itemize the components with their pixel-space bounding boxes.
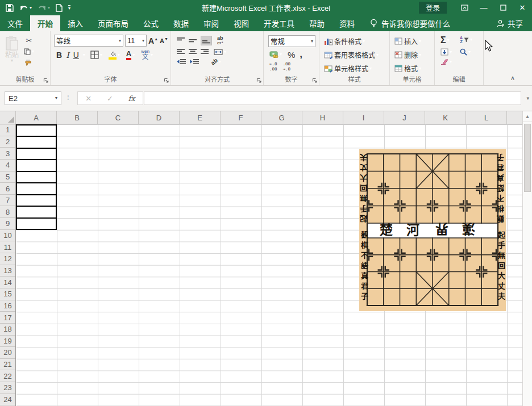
font-name-combo[interactable]: 等线▾ [54, 35, 123, 47]
row-header-19[interactable]: 19 [0, 336, 15, 348]
column-header-K[interactable]: K [425, 111, 466, 124]
tab-formulas[interactable]: 公式 [136, 15, 166, 31]
increase-indent-button[interactable] [190, 58, 199, 65]
column-header-A[interactable]: A [16, 111, 57, 124]
underline-button[interactable]: U [73, 51, 79, 60]
row-header-7[interactable]: 7 [0, 195, 15, 207]
column-header-J[interactable]: J [384, 111, 425, 124]
insert-function-button[interactable]: fx [128, 94, 135, 103]
row-header-17[interactable]: 17 [0, 312, 15, 324]
name-box[interactable]: E2 ▾ [5, 91, 61, 105]
font-dialog-launcher[interactable] [164, 78, 169, 83]
bordered-cell-A1[interactable] [16, 124, 57, 136]
row-header-22[interactable]: 22 [0, 370, 15, 382]
row-header-1[interactable]: 1 [0, 124, 15, 136]
paste-button[interactable]: 粘贴 ▾ [5, 34, 19, 66]
borders-button[interactable]: ▾ [89, 50, 103, 60]
xiangqi-board-image[interactable]: 楚 河 漢 界 起手無回大丈夫 觀棋不語真君子 觀棋不語真君子 起手無回大丈夫 [359, 149, 506, 311]
row-header-18[interactable]: 18 [0, 324, 15, 336]
fill-button[interactable]: ▾ [439, 48, 453, 56]
row-header-5[interactable]: 5 [0, 171, 15, 183]
format-painter-icon[interactable] [25, 59, 33, 66]
tab-help[interactable]: 帮助 [302, 15, 332, 31]
column-header-partial[interactable] [507, 111, 522, 124]
share-button[interactable]: 共享 [497, 15, 532, 31]
tab-developer[interactable]: 开发工具 [256, 15, 302, 31]
vertical-scrollbar[interactable]: ▲ [522, 111, 532, 406]
bottom-align-button[interactable] [201, 36, 212, 45]
select-all-corner[interactable] [0, 111, 16, 124]
shrink-font-button[interactable]: A▼ [160, 37, 168, 44]
column-header-B[interactable]: B [57, 111, 98, 124]
expand-formula-bar-icon[interactable]: ▾ [526, 95, 529, 101]
name-box-caret-icon[interactable]: ▾ [55, 96, 57, 101]
column-header-F[interactable]: F [221, 111, 261, 124]
column-header-H[interactable]: H [302, 111, 343, 124]
fill-color-button[interactable]: ▾ [107, 50, 121, 60]
row-header-2[interactable]: 2 [0, 136, 15, 148]
autosum-button[interactable]: Σ▾ [439, 35, 451, 45]
column-header-E[interactable]: E [180, 111, 221, 124]
tab-file[interactable]: 文件 [0, 15, 30, 31]
bordered-cell-A9[interactable] [16, 217, 57, 230]
middle-align-button[interactable] [189, 37, 197, 44]
copy-button[interactable]: ▾ [23, 48, 35, 56]
bordered-cell-A4[interactable] [16, 159, 57, 170]
underline-caret-icon[interactable]: ▾ [83, 53, 85, 57]
grow-font-button[interactable]: A▲ [148, 37, 158, 45]
scrollbar-thumb[interactable] [524, 124, 531, 192]
number-format-combo[interactable]: 常规▾ [268, 35, 315, 47]
cancel-entry-button[interactable]: ✕ [85, 94, 92, 103]
clipboard-dialog-launcher[interactable] [43, 78, 49, 83]
tab-data[interactable]: 数据 [166, 15, 196, 31]
merge-center-button[interactable]: ▾ [213, 48, 227, 56]
tell-me-box[interactable]: 告诉我你想要做什么 [370, 15, 451, 31]
increase-decimal-button[interactable]: ←.0 .00 [269, 62, 277, 72]
bordered-cell-A2[interactable] [16, 136, 57, 147]
column-header-G[interactable]: G [261, 111, 302, 124]
collapse-ribbon-button[interactable]: ∧ [510, 74, 515, 82]
alignment-dialog-launcher[interactable] [256, 78, 262, 83]
bordered-range-a1-a9[interactable] [16, 124, 57, 230]
tab-review[interactable]: 审阅 [196, 15, 226, 31]
column-header-C[interactable]: C [98, 111, 139, 124]
italic-button[interactable]: I [66, 51, 69, 60]
bordered-cell-A8[interactable] [16, 206, 57, 217]
clear-button[interactable]: ▾ [439, 58, 453, 65]
formula-bar-drag-handle[interactable]: ⁞ [67, 93, 70, 102]
tab-insert[interactable]: 插入 [60, 15, 90, 31]
row-header-24[interactable]: 24 [0, 394, 15, 406]
align-right-button[interactable] [201, 49, 209, 55]
cut-button[interactable]: ✂ [26, 37, 32, 44]
tab-page-layout[interactable]: 页面布局 [90, 15, 136, 31]
bordered-cell-A6[interactable] [16, 182, 57, 194]
decrease-indent-button[interactable] [177, 58, 186, 65]
column-header-L[interactable]: L [466, 111, 507, 124]
orientation-button[interactable]: ab▾ [210, 58, 222, 65]
number-dialog-launcher[interactable] [312, 78, 318, 83]
column-header-I[interactable]: I [343, 111, 384, 124]
sort-filter-button[interactable]: AZ ▾ [459, 35, 473, 44]
align-left-button[interactable] [177, 49, 185, 55]
row-header-4[interactable]: 4 [0, 160, 15, 171]
row-header-11[interactable]: 11 [0, 241, 15, 253]
row-header-10[interactable]: 10 [0, 230, 15, 242]
formula-input[interactable] [144, 91, 521, 105]
tab-view[interactable]: 视图 [226, 15, 256, 31]
confirm-entry-button[interactable]: ✓ [107, 94, 113, 103]
row-header-16[interactable]: 16 [0, 300, 15, 312]
row-header-6[interactable]: 6 [0, 183, 15, 195]
center-button[interactable] [189, 49, 197, 55]
scroll-up-arrow-icon[interactable]: ▲ [523, 111, 532, 122]
comma-style-button[interactable]: , [300, 49, 302, 60]
decrease-decimal-button[interactable]: .00 →.0 [283, 62, 291, 72]
top-align-button[interactable] [177, 37, 185, 44]
cell-styles-button[interactable]: 单元格样式▾ [323, 63, 389, 74]
insert-cells-button[interactable]: 插入▾ [393, 36, 434, 47]
accounting-format-button[interactable]: ▾ [268, 51, 283, 58]
row-header-13[interactable]: 13 [0, 265, 15, 277]
percent-style-button[interactable]: % [288, 50, 295, 60]
bordered-cell-A3[interactable] [16, 148, 57, 159]
wrap-text-button[interactable]: abc↩ [216, 35, 225, 46]
bordered-cell-A7[interactable] [16, 194, 57, 206]
